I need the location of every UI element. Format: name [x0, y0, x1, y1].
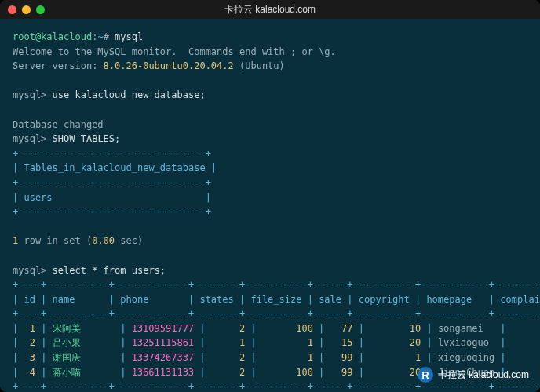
close-icon[interactable]	[8, 5, 16, 14]
titlebar: 卡拉云 kalacloud.com	[0, 0, 540, 19]
server-version: 8.0.26-0ubuntu0.20.04.2	[104, 60, 234, 71]
table-row: | users |	[13, 192, 211, 203]
table-header: | id | name | phone | states | file_size…	[13, 294, 540, 305]
table-border: +----+-----------+-------------+--------…	[13, 308, 540, 319]
output-line: Welcome to the MySQL monitor. Commands e…	[13, 46, 336, 57]
terminal-content[interactable]: root@kalacloud:~# mysql Welcome to the M…	[0, 19, 540, 392]
command: mysql	[115, 31, 143, 42]
table-header: | Tables_in_kalacloud_new_database |	[13, 162, 217, 173]
window-title: 卡拉云 kalacloud.com	[224, 3, 316, 16]
terminal-window: 卡拉云 kalacloud.com root@kalacloud:~# mysq…	[0, 0, 540, 392]
table-border: +---------------------------------+	[13, 206, 211, 217]
logo-icon: R	[418, 367, 433, 383]
table-border: +----+-----------+-------------+--------…	[13, 279, 540, 290]
command: use kalacloud_new_database;	[53, 89, 206, 100]
command: select * from users;	[53, 265, 166, 276]
maximize-icon[interactable]	[36, 5, 45, 14]
minimize-icon[interactable]	[22, 5, 31, 14]
watermark: R 卡拉云 kalacloud.com	[418, 367, 529, 383]
command: SHOW TABLES;	[53, 133, 121, 144]
table-border: +---------------------------------+	[13, 148, 211, 159]
traffic-lights	[8, 5, 45, 14]
prompt-path: ~	[97, 31, 103, 42]
watermark-text: 卡拉云 kalacloud.com	[438, 368, 529, 382]
prompt-user: root@kalacloud	[13, 31, 92, 42]
table-border: +----+-----------+-------------+--------…	[13, 381, 540, 392]
table-border: +---------------------------------+	[13, 177, 211, 188]
output-line: Database changed	[13, 119, 104, 130]
mysql-prompt: mysql>	[13, 89, 53, 100]
